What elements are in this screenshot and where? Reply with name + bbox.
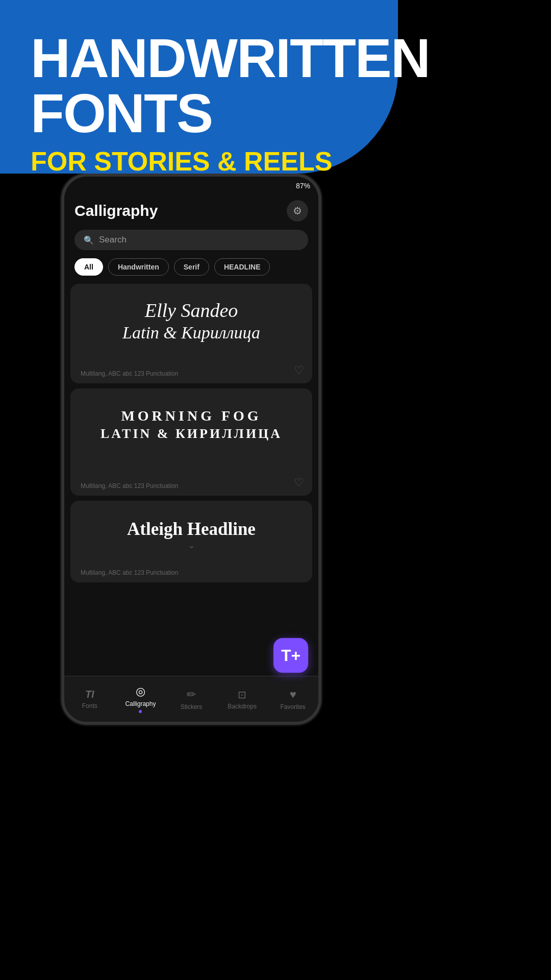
app-title: Calligraphy xyxy=(74,202,158,219)
filter-tab-handwritten[interactable]: Handwritten xyxy=(108,258,169,276)
font-meta-3: Multilang, ABC abc 123 Punctuation xyxy=(81,569,178,576)
fab-button[interactable]: T+ xyxy=(273,638,308,673)
fab-label: T+ xyxy=(281,646,300,665)
hero-title: HANDWRITTENFONTS xyxy=(31,31,367,141)
nav-item-favorites[interactable]: ♥ Favorites xyxy=(267,688,318,710)
settings-icon: ⚙ xyxy=(293,205,302,217)
bottom-nav: TI Fonts ◎ Calligraphy ✏ Stickers ⊡ Back… xyxy=(64,676,318,722)
nav-label-backdrops: Backdrops xyxy=(228,703,257,710)
filter-tab-headline[interactable]: HEADLINE xyxy=(214,258,270,276)
search-icon: 🔍 xyxy=(84,235,94,245)
filter-tabs: All Handwritten Serif HEADLINE xyxy=(64,253,318,281)
nav-item-backdrops[interactable]: ⊡ Backdrops xyxy=(217,689,268,710)
battery-indicator: 87% xyxy=(296,182,310,190)
chevron-down-icon: ⌄ xyxy=(81,540,302,553)
app-header: Calligraphy ⚙ xyxy=(64,195,318,227)
filter-tab-all[interactable]: All xyxy=(74,258,103,276)
nav-label-stickers: Stickers xyxy=(181,703,203,710)
search-placeholder: Search xyxy=(99,235,127,245)
font-meta-2: Multilang, ABC abc 123 Punctuation xyxy=(81,482,178,489)
phone-frame: 87% Calligraphy ⚙ 🔍 Search All Handwritt… xyxy=(61,174,321,725)
settings-button[interactable]: ⚙ xyxy=(287,200,308,222)
nav-label-calligraphy: Calligraphy xyxy=(125,700,156,707)
favorite-icon-1[interactable]: ♡ xyxy=(294,364,304,377)
nav-item-calligraphy[interactable]: ◎ Calligraphy xyxy=(115,685,166,713)
nav-item-stickers[interactable]: ✏ Stickers xyxy=(166,688,217,710)
hero-subtitle: FOR STORIES & REELS xyxy=(31,146,367,177)
active-dot xyxy=(139,710,142,713)
nav-label-fonts: Fonts xyxy=(82,702,97,709)
hero-bubble: HANDWRITTENFONTS FOR STORIES & REELS xyxy=(0,0,398,174)
nav-item-fonts[interactable]: TI Fonts xyxy=(64,689,115,709)
side-button xyxy=(318,279,321,320)
font-cards-list: Elly Sandeo Latin & Кириллица Multilang,… xyxy=(64,281,318,676)
backdrops-icon: ⊡ xyxy=(238,689,246,701)
font-display-1: Elly Sandeo Latin & Кириллица xyxy=(81,299,302,343)
fonts-icon: TI xyxy=(85,689,94,700)
favorite-icon-2[interactable]: ♡ xyxy=(294,476,304,489)
calligraphy-icon: ◎ xyxy=(136,685,145,698)
font-card-2[interactable]: MORNING FOG LATIN & КИРИЛЛИЦА Multilang,… xyxy=(70,388,312,496)
font-card-1[interactable]: Elly Sandeo Latin & Кириллица Multilang,… xyxy=(70,284,312,383)
stickers-icon: ✏ xyxy=(187,688,196,701)
font-meta-1: Multilang, ABC abc 123 Punctuation xyxy=(81,370,178,377)
favorites-icon: ♥ xyxy=(290,688,296,701)
status-bar: 87% xyxy=(64,177,318,195)
font-display-2: MORNING FOG LATIN & КИРИЛЛИЦА xyxy=(81,407,302,443)
filter-tab-serif[interactable]: Serif xyxy=(174,258,209,276)
nav-label-favorites: Favorites xyxy=(280,703,305,710)
font-display-3: Atleigh Headline xyxy=(81,519,302,540)
font-card-3[interactable]: Atleigh Headline Multilang, ABC abc 123 … xyxy=(70,501,312,582)
search-bar[interactable]: 🔍 Search xyxy=(74,230,308,250)
